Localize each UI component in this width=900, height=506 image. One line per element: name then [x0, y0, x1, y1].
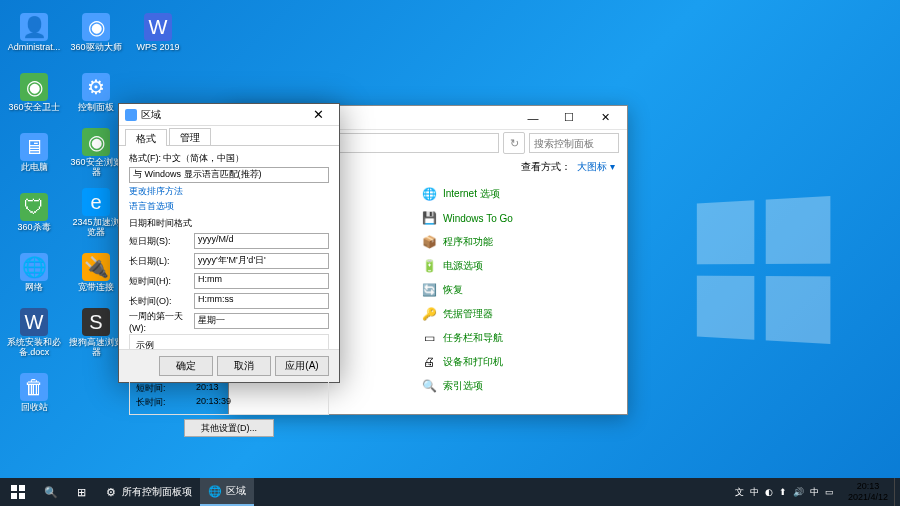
- maximize-button[interactable]: ☐: [551, 108, 587, 128]
- example-row: 短时间:20:13: [136, 382, 322, 395]
- app-icon: 👤: [20, 13, 48, 41]
- cancel-button[interactable]: 取消: [217, 356, 271, 376]
- view-label: 查看方式：: [521, 160, 571, 174]
- clock[interactable]: 20:13 2021/4/12: [842, 481, 894, 503]
- desktop-icon[interactable]: 🛡360杀毒: [4, 184, 64, 242]
- desktop-icon[interactable]: 🗑回收站: [4, 364, 64, 422]
- svg-rect-2: [11, 493, 17, 499]
- item-icon: 🔋: [421, 258, 437, 274]
- app-icon: W: [20, 308, 48, 336]
- minimize-button[interactable]: —: [515, 108, 551, 128]
- app-icon: 🖥: [20, 133, 48, 161]
- control-panel-item[interactable]: 🔑凭据管理器: [417, 302, 597, 326]
- datetime-group-label: 日期和时间格式: [129, 217, 329, 230]
- ok-button[interactable]: 确定: [159, 356, 213, 376]
- search-input[interactable]: [529, 133, 619, 153]
- control-panel-item[interactable]: 💾Windows To Go: [417, 206, 597, 230]
- view-dropdown[interactable]: 大图标 ▾: [577, 160, 615, 174]
- address-bar[interactable]: [315, 133, 499, 153]
- dialog-content: 格式(F): 中文（简体，中国） 与 Windows 显示语言匹配(推荐) 更改…: [119, 146, 339, 469]
- apply-button[interactable]: 应用(A): [275, 356, 329, 376]
- tray-icon[interactable]: 中: [810, 486, 819, 499]
- refresh-button[interactable]: ↻: [503, 132, 525, 154]
- taskbar-app-button[interactable]: ⚙所有控制面板项: [96, 478, 200, 506]
- desktop-icon[interactable]: WWPS 2019: [128, 4, 188, 62]
- icon-label: 控制面板: [78, 103, 114, 113]
- format-row: 一周的第一天(W):星期一: [129, 312, 329, 330]
- item-icon: 🌐: [421, 186, 437, 202]
- format-dropdown[interactable]: 星期一: [194, 313, 329, 329]
- control-panel-item[interactable]: ▭任务栏和导航: [417, 326, 597, 350]
- control-panel-item[interactable]: 🖨设备和打印机: [417, 350, 597, 374]
- desktop-icon[interactable]: ⚙控制面板: [66, 64, 126, 122]
- dialog-titlebar[interactable]: 区域 ✕: [119, 104, 339, 126]
- control-panel-item[interactable]: 🔄恢复: [417, 278, 597, 302]
- item-link[interactable]: 恢复: [443, 283, 463, 297]
- other-settings-button[interactable]: 其他设置(D)...: [184, 419, 274, 437]
- tray-icon[interactable]: ⬆: [779, 487, 787, 497]
- item-link[interactable]: Windows To Go: [443, 213, 513, 224]
- close-button[interactable]: ✕: [587, 108, 623, 128]
- item-link[interactable]: 设备和打印机: [443, 355, 503, 369]
- taskbar-app-button[interactable]: 🌐区域: [200, 478, 254, 506]
- region-icon: [125, 109, 137, 121]
- close-button[interactable]: ✕: [303, 106, 333, 124]
- tab-bar: 格式 管理: [119, 126, 339, 146]
- format-dropdown[interactable]: 与 Windows 显示语言匹配(推荐): [129, 167, 329, 183]
- tray-icon[interactable]: ▭: [825, 487, 834, 497]
- desktop-icon[interactable]: 🌐网络: [4, 244, 64, 302]
- start-button[interactable]: [0, 478, 36, 506]
- item-link[interactable]: 凭据管理器: [443, 307, 493, 321]
- control-panel-item[interactable]: 🔋电源选项: [417, 254, 597, 278]
- format-dropdown[interactable]: yyyy'年'M'月'd'日': [194, 253, 329, 269]
- format-dropdown[interactable]: H:mm:ss: [194, 293, 329, 309]
- icon-label: 360安全卫士: [8, 103, 59, 113]
- item-icon: 🔍: [421, 378, 437, 394]
- item-link[interactable]: 索引选项: [443, 379, 483, 393]
- task-view-button[interactable]: ⊞: [66, 478, 96, 506]
- format-row: 短时间(H):H:mm: [129, 272, 329, 290]
- item-link[interactable]: 任务栏和导航: [443, 331, 503, 345]
- change-sort-link[interactable]: 更改排序方法: [129, 185, 329, 198]
- app-icon: ⚙: [82, 73, 110, 101]
- dialog-buttons: 确定 取消 应用(A): [119, 349, 339, 382]
- tab-format[interactable]: 格式: [125, 129, 167, 146]
- control-panel-item[interactable]: 📦程序和功能: [417, 230, 597, 254]
- icon-label: 360安全浏览器: [68, 158, 124, 178]
- search-button[interactable]: 🔍: [36, 478, 66, 506]
- lang-pref-link[interactable]: 语言首选项: [129, 200, 329, 213]
- icon-label: WPS 2019: [136, 43, 179, 53]
- desktop-icon[interactable]: S搜狗高速浏览器: [66, 304, 126, 362]
- show-desktop-button[interactable]: [894, 478, 900, 506]
- desktop-icon[interactable]: ◉360安全卫士: [4, 64, 64, 122]
- tray-icon[interactable]: 🔊: [793, 487, 804, 497]
- app-icon: e: [82, 188, 110, 216]
- icon-label: 360驱动大师: [70, 43, 121, 53]
- item-link[interactable]: 程序和功能: [443, 235, 493, 249]
- item-link[interactable]: 电源选项: [443, 259, 483, 273]
- system-tray[interactable]: 文中◐⬆🔊中▭: [727, 486, 842, 499]
- desktop-icon[interactable]: 👤Administrat...: [4, 4, 64, 62]
- format-row: 短日期(S):yyyy/M/d: [129, 232, 329, 250]
- icon-label: 系统安装和必备.docx: [6, 338, 62, 358]
- tray-icon[interactable]: 文: [735, 486, 744, 499]
- desktop-icon[interactable]: 🖥此电脑: [4, 124, 64, 182]
- format-dropdown[interactable]: yyyy/M/d: [194, 233, 329, 249]
- tray-icon[interactable]: ◐: [765, 487, 773, 497]
- svg-rect-1: [19, 485, 25, 491]
- desktop-icon[interactable]: ◉360安全浏览器: [66, 124, 126, 182]
- desktop-icon[interactable]: 🔌宽带连接: [66, 244, 126, 302]
- taskbar: 🔍 ⊞ ⚙所有控制面板项🌐区域 文中◐⬆🔊中▭ 20:13 2021/4/12: [0, 478, 900, 506]
- clock-date: 2021/4/12: [848, 492, 888, 503]
- example-value: 20:13: [196, 382, 219, 395]
- control-panel-item[interactable]: 🌐Internet 选项: [417, 182, 597, 206]
- format-dropdown[interactable]: H:mm: [194, 273, 329, 289]
- format-row: 长日期(L):yyyy'年'M'月'd'日': [129, 252, 329, 270]
- item-link[interactable]: Internet 选项: [443, 187, 500, 201]
- tab-admin[interactable]: 管理: [169, 128, 211, 145]
- desktop-icon[interactable]: e2345加速浏览器: [66, 184, 126, 242]
- desktop-icon[interactable]: ◉360驱动大师: [66, 4, 126, 62]
- desktop-icon[interactable]: W系统安装和必备.docx: [4, 304, 64, 362]
- control-panel-item[interactable]: 🔍索引选项: [417, 374, 597, 398]
- tray-icon[interactable]: 中: [750, 486, 759, 499]
